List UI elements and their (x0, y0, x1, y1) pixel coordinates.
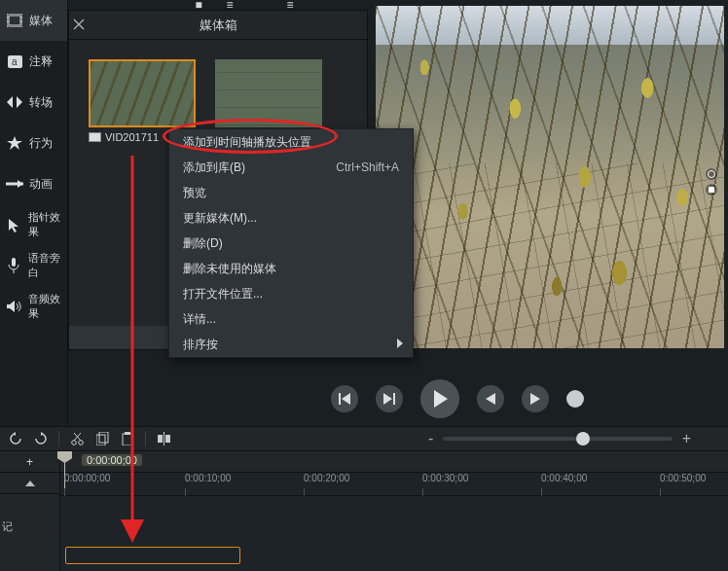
svg-rect-39 (96, 435, 105, 446)
current-time: 0:00:00;00 (82, 454, 142, 466)
svg-marker-30 (434, 390, 448, 408)
svg-marker-8 (7, 136, 22, 150)
sidebar-item-transitions[interactable]: 转场 (0, 82, 67, 123)
preview-content (376, 6, 724, 348)
sidebar-item-animations[interactable]: 动画 (0, 163, 67, 204)
ctx-delete-unused-media[interactable]: 删除未使用的媒体 (169, 256, 413, 281)
svg-rect-42 (125, 432, 130, 435)
track-record-label: 记 (2, 519, 13, 534)
ctx-delete[interactable]: 删除(D) (169, 231, 413, 256)
step-back-button[interactable] (477, 385, 504, 412)
zoom-out-icon[interactable]: - (428, 430, 433, 447)
svg-rect-0 (7, 14, 22, 27)
playback-controls (311, 379, 603, 418)
svg-marker-9 (18, 180, 23, 188)
svg-line-13 (74, 19, 84, 29)
animation-icon (6, 175, 23, 193)
ctx-preview[interactable]: 预览 (169, 180, 413, 205)
ctx-update-media[interactable]: 更新媒体(M)... (169, 205, 413, 231)
sidebar-item-voice-narration[interactable]: 语音旁白 (0, 245, 67, 286)
canvas-handle-group (705, 167, 718, 196)
ctx-shortcut: Ctrl+Shift+A (336, 161, 399, 174)
ctx-open-file-location[interactable]: 打开文件位置... (169, 281, 413, 306)
copy-button[interactable] (94, 431, 110, 446)
top-icon-2[interactable]: ≡ (222, 0, 237, 10)
sidebar: 媒体 a 注释 转场 行为 动画 指针效果 语音旁白 (0, 0, 68, 428)
collapse-tracks-button[interactable] (0, 473, 59, 494)
sidebar-label: 注释 (29, 54, 53, 70)
media-bin-title-text: 媒体箱 (200, 17, 237, 34)
paste-button[interactable] (120, 431, 135, 446)
svg-rect-29 (393, 393, 395, 405)
ruler-tick: 0:00:30;00 (422, 473, 468, 483)
timeline-tracks[interactable] (60, 496, 728, 571)
cut-button[interactable] (69, 431, 85, 446)
play-button[interactable] (420, 379, 459, 418)
ctx-sort-by[interactable]: 排序按 (169, 332, 413, 357)
split-button[interactable] (156, 431, 171, 446)
ruler-tick: 0:00:50;00 (660, 473, 706, 483)
svg-line-38 (74, 433, 81, 441)
sidebar-item-annotations[interactable]: a 注释 (0, 41, 67, 82)
svg-marker-34 (41, 432, 44, 436)
close-icon[interactable] (73, 18, 87, 32)
timeline-track-header: + 记 (0, 451, 60, 571)
step-forward-button[interactable] (522, 385, 549, 412)
timeline-ruler[interactable]: 0:00:00;00 0:00:10;00 0:00:20;00 0:00:30… (60, 473, 728, 496)
svg-rect-25 (709, 187, 714, 193)
ctx-add-to-library[interactable]: 添加到库(B) Ctrl+Shift+A (169, 155, 413, 180)
sidebar-item-cursor-effects[interactable]: 指针效果 (0, 204, 67, 245)
ctx-label: 删除未使用的媒体 (183, 261, 276, 277)
top-icon-3[interactable]: ≡ (282, 0, 298, 10)
sidebar-item-media[interactable]: 媒体 (0, 0, 67, 41)
ctx-label: 打开文件位置... (183, 286, 263, 303)
ruler-tick: 0:00:00;00 (64, 473, 110, 483)
clip-drop-placeholder[interactable] (65, 547, 240, 564)
sidebar-item-behaviors[interactable]: 行为 (0, 123, 67, 163)
add-track-button[interactable]: + (0, 451, 59, 473)
ctx-label: 排序按 (183, 337, 218, 353)
zoom-in-icon[interactable]: + (682, 430, 691, 447)
sidebar-label: 媒体 (29, 13, 53, 29)
ctx-label: 预览 (183, 185, 206, 201)
redo-button[interactable] (33, 431, 49, 446)
record-indicator[interactable] (566, 390, 584, 408)
ctx-add-to-timeline-playhead[interactable]: 添加到时间轴播放头位置 (169, 129, 413, 155)
preview-canvas[interactable] (376, 6, 724, 348)
prev-frame-button[interactable] (331, 385, 358, 412)
svg-marker-31 (486, 393, 495, 405)
mic-icon (6, 257, 22, 274)
zoom-track[interactable] (443, 437, 672, 441)
zoom-slider[interactable]: - + (428, 430, 720, 447)
svg-rect-43 (158, 435, 163, 443)
canvas-resize-handle[interactable] (705, 183, 718, 196)
timeline-time-bar[interactable]: 0:00:00;00 (60, 451, 728, 473)
preview-panel (368, 0, 728, 423)
film-icon (6, 12, 23, 29)
sidebar-label: 指针效果 (28, 210, 67, 239)
sidebar-label: 音频效果 (28, 292, 67, 321)
submenu-arrow-icon (397, 338, 403, 351)
media-clip-name: VID201711 (105, 131, 159, 143)
undo-button[interactable] (8, 431, 23, 446)
sidebar-label: 语音旁白 (28, 251, 67, 280)
context-menu: 添加到时间轴播放头位置 添加到库(B) Ctrl+Shift+A 预览 更新媒体… (168, 128, 414, 358)
audio-icon (6, 298, 22, 315)
ruler-tick: 0:00:20;00 (304, 473, 349, 483)
ruler-tick: 0:00:40;00 (541, 473, 587, 483)
behavior-icon (6, 134, 23, 152)
top-icon-row: ■ ≡ ≡ (191, 0, 298, 10)
cursor-icon (6, 216, 22, 233)
top-icon-1[interactable]: ■ (191, 0, 206, 10)
sidebar-item-audio-effects[interactable]: 音频效果 (0, 286, 67, 327)
sidebar-label: 行为 (29, 135, 53, 152)
next-frame-button[interactable] (376, 385, 403, 412)
svg-rect-1 (9, 16, 20, 25)
zoom-knob[interactable] (576, 432, 590, 446)
ctx-label: 添加到时间轴播放头位置 (183, 134, 311, 151)
ctx-details[interactable]: 详情... (169, 306, 413, 332)
media-thumbnail (215, 59, 322, 127)
svg-marker-21 (397, 339, 403, 348)
canvas-rotate-handle[interactable] (705, 167, 718, 181)
sidebar-label: 动画 (29, 176, 53, 193)
